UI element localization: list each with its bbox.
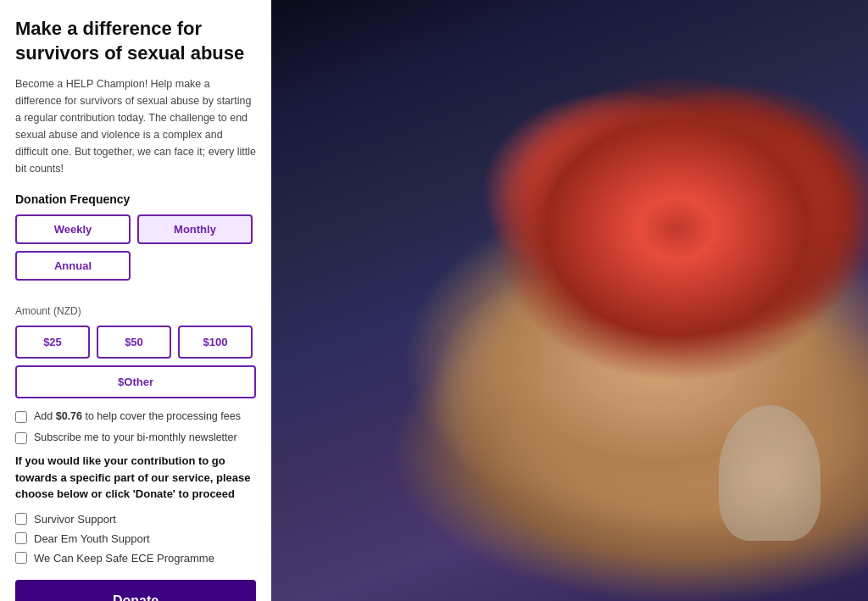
service-ece-row: We Can Keep Safe ECE Programme xyxy=(15,552,256,565)
amount-100-button[interactable]: $100 xyxy=(178,326,253,359)
page-title: Make a difference for survivors of sexua… xyxy=(15,17,256,65)
donation-form-panel: Make a difference for survivors of sexua… xyxy=(0,0,271,601)
frequency-label: Donation Frequency xyxy=(15,192,256,206)
processing-fee-checkbox[interactable] xyxy=(15,411,27,423)
newsletter-label: Subscribe me to your bi-monthly newslett… xyxy=(34,431,237,443)
service-survivor-label: Survivor Support xyxy=(34,513,116,526)
heart-image xyxy=(271,0,868,601)
processing-fee-row: Add $0.76 to help cover the processing f… xyxy=(15,410,256,423)
service-survivor-row: Survivor Support xyxy=(15,513,256,526)
service-ece-checkbox[interactable] xyxy=(15,552,27,564)
service-dear-em-checkbox[interactable] xyxy=(15,532,27,544)
service-dear-em-row: Dear Em Youth Support xyxy=(15,532,256,545)
newsletter-checkbox[interactable] xyxy=(15,432,27,444)
frequency-weekly-button[interactable]: Weekly xyxy=(15,214,131,244)
processing-fee-label: Add $0.76 to help cover the processing f… xyxy=(34,410,241,422)
amount-other-button[interactable]: $Other xyxy=(15,365,256,398)
service-options: Survivor Support Dear Em Youth Support W… xyxy=(15,513,256,565)
service-dear-em-label: Dear Em Youth Support xyxy=(34,532,150,545)
newsletter-row: Subscribe me to your bi-monthly newslett… xyxy=(15,431,256,444)
amount-label: Amount (NZD) xyxy=(15,304,256,317)
amount-buttons-row: $25 $50 $100 xyxy=(15,326,256,359)
hero-image-panel xyxy=(271,0,868,601)
service-survivor-checkbox[interactable] xyxy=(15,513,27,525)
frequency-buttons-row: Weekly Monthly xyxy=(15,214,256,244)
frequency-annual-button[interactable]: Annual xyxy=(15,251,131,281)
amount-currency: (NZD) xyxy=(53,305,81,317)
specific-text: If you would like your contribution to g… xyxy=(15,453,256,503)
processing-fee-amount: $0.76 xyxy=(56,410,82,422)
amount-25-button[interactable]: $25 xyxy=(15,326,90,359)
amount-50-button[interactable]: $50 xyxy=(97,326,171,359)
donate-button[interactable]: Donate xyxy=(15,580,256,601)
frequency-monthly-button[interactable]: Monthly xyxy=(137,214,253,244)
service-ece-label: We Can Keep Safe ECE Programme xyxy=(34,552,214,565)
page-description: Become a HELP Champion! Help make a diff… xyxy=(15,75,256,177)
